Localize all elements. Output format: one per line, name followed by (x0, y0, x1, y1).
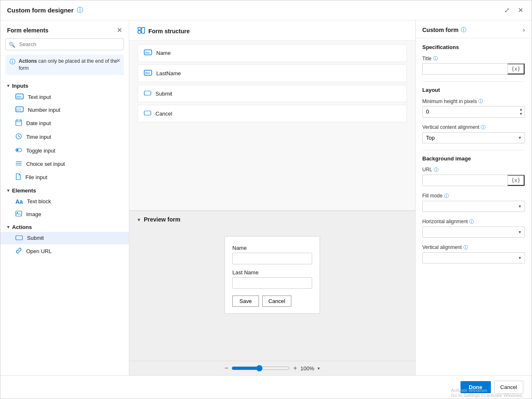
element-time-input[interactable]: Time input (0, 130, 129, 144)
fill-mode-info-icon[interactable]: ⓘ (444, 193, 449, 199)
right-panel-expand-button[interactable]: › (523, 26, 525, 34)
fill-mode-chevron-icon: ▾ (515, 204, 525, 209)
title-field-group: Title ⓘ {x} (422, 55, 525, 75)
vert-alignment-label-text: Vertical alignment (422, 244, 462, 250)
element-image[interactable]: Image (0, 208, 129, 221)
submit-label: Submit (27, 235, 44, 241)
url-input[interactable] (423, 175, 507, 185)
preview-lastname-input[interactable] (232, 277, 312, 289)
form-item-cancel[interactable]: Cancel (138, 105, 407, 122)
vertical-alignment-info-icon[interactable]: ⓘ (481, 124, 485, 131)
section-actions-header[interactable]: ▾ Actions (0, 221, 129, 232)
right-panel-title-wrap: Custom form ⓘ (422, 26, 466, 34)
min-height-up-arrow[interactable]: ▲ (519, 107, 523, 112)
title-fx-button[interactable]: {x} (507, 64, 525, 74)
svg-text:123: 123 (16, 108, 21, 111)
title-info-icon[interactable]: ⓘ (77, 6, 83, 14)
left-panel: Form elements ✕ 🔍 ⓘ Actions can only be … (0, 20, 129, 375)
notice-close-button[interactable]: ✕ (116, 58, 121, 64)
vertical-alignment-field-label: Vertical content alignment ⓘ (422, 124, 525, 131)
fill-mode-field-label: Fill mode ⓘ (422, 193, 525, 199)
vertical-alignment-field-group: Vertical content alignment ⓘ Top Center … (422, 124, 525, 143)
horiz-alignment-select[interactable]: Left Center Right (423, 227, 515, 237)
element-text-input[interactable]: Abc Text input (0, 91, 129, 103)
notice-info-icon: ⓘ (10, 58, 15, 66)
preview-title: Preview form (144, 216, 180, 223)
vert-alignment-info-icon[interactable]: ⓘ (463, 244, 468, 251)
url-info-icon[interactable]: ⓘ (434, 167, 438, 173)
submit-icon (15, 235, 23, 241)
form-item-cancel-label: Cancel (155, 111, 172, 117)
form-item-lastname[interactable]: Abc LastName (138, 64, 407, 82)
svg-text:Abc: Abc (145, 51, 150, 54)
horiz-alignment-info-icon[interactable]: ⓘ (469, 219, 474, 225)
title-info-icon[interactable]: ⓘ (433, 55, 438, 62)
vert-alignment-select[interactable]: Top Center Bottom (423, 253, 515, 263)
min-height-info-icon[interactable]: ⓘ (478, 98, 483, 104)
notice-text: Actions can only be placed at the end of… (19, 58, 120, 72)
preview-cancel-button[interactable]: Cancel (262, 296, 291, 307)
url-label-text: URL (422, 167, 432, 172)
element-number-input[interactable]: 123 Number input (0, 103, 129, 116)
element-choice-set-input[interactable]: Choice set input (0, 158, 129, 170)
element-text-block[interactable]: Aa Text block (0, 195, 129, 208)
open-url-icon (15, 247, 22, 255)
file-input-label: File input (25, 174, 47, 180)
element-toggle-input[interactable]: Toggle input (0, 144, 129, 158)
element-submit[interactable]: Submit (0, 232, 129, 244)
section-elements-header[interactable]: ▾ Elements (0, 184, 129, 195)
form-item-name-icon: Abc (144, 49, 152, 57)
form-item-name[interactable]: Abc Name (138, 44, 407, 62)
vertical-alignment-select[interactable]: Top Center Bottom (423, 133, 515, 143)
zoom-slider[interactable] (232, 365, 290, 372)
text-input-label: Text input (28, 94, 51, 100)
svg-line-10 (19, 136, 20, 137)
min-height-down-arrow[interactable]: ▼ (519, 112, 523, 116)
search-input[interactable] (5, 38, 124, 50)
expand-button[interactable]: ⤢ (502, 5, 511, 16)
url-input-wrap: {x} (422, 175, 525, 186)
form-item-submit-icon (144, 90, 151, 97)
close-window-button[interactable]: ✕ (516, 5, 525, 16)
preview-name-input[interactable] (232, 253, 312, 264)
divider-bg (422, 150, 525, 150)
zoom-out-button[interactable]: − (224, 365, 228, 372)
preview-buttons: Save Cancel (232, 296, 312, 307)
horiz-alignment-chevron-icon: ▾ (515, 229, 525, 235)
left-panel-close-button[interactable]: ✕ (117, 26, 122, 34)
choice-set-input-icon (15, 160, 22, 167)
section-inputs-header[interactable]: ▾ Inputs (0, 79, 129, 91)
title-input[interactable] (423, 64, 507, 74)
zoom-in-button[interactable]: + (293, 365, 297, 372)
search-box: 🔍 (5, 38, 124, 50)
svg-rect-16 (16, 211, 22, 216)
right-panel-title: Custom form (422, 27, 458, 33)
preview-card: Name Last Name Save Cancel (224, 236, 320, 314)
form-item-lastname-label: LastName (156, 70, 181, 76)
form-items-list: Abc Name Abc LastName Subm (129, 41, 415, 128)
fill-mode-select-wrap: Cover Repeat RepeatHorizontally RepeatVe… (422, 201, 525, 212)
file-input-icon (15, 173, 21, 181)
form-item-submit[interactable]: Submit (138, 85, 407, 102)
info-notice: ⓘ Actions can only be placed at the end … (5, 54, 124, 75)
element-date-input[interactable]: Date input (0, 116, 129, 130)
url-fx-button[interactable]: {x} (507, 175, 525, 186)
min-height-input[interactable] (423, 106, 517, 117)
fill-mode-select[interactable]: Cover Repeat RepeatHorizontally RepeatVe… (423, 201, 515, 212)
element-file-input[interactable]: File input (0, 170, 129, 184)
form-structure-area: Form structure Abc Name Abc LastName (129, 20, 415, 211)
title-field-label: Title ⓘ (422, 55, 525, 62)
form-item-name-label: Name (156, 50, 171, 56)
text-block-icon: Aa (15, 198, 23, 205)
svg-rect-19 (138, 27, 141, 30)
left-panel-header: Form elements ✕ (0, 20, 129, 38)
element-open-url[interactable]: Open URL (0, 244, 129, 258)
activate-watermark: Activate WindowsGo to Settings to activa… (451, 388, 523, 398)
vertical-alignment-select-wrap: Top Center Bottom ▾ (422, 132, 525, 143)
preview-header[interactable]: ▾ Preview form (129, 211, 415, 228)
horiz-alignment-label-text: Horizontal alignment (422, 219, 468, 224)
preview-save-button[interactable]: Save (232, 296, 259, 307)
notice-strong: Actions (19, 58, 37, 64)
zoom-dropdown-button[interactable]: ▾ (318, 366, 320, 371)
right-panel-info-icon[interactable]: ⓘ (461, 26, 466, 34)
